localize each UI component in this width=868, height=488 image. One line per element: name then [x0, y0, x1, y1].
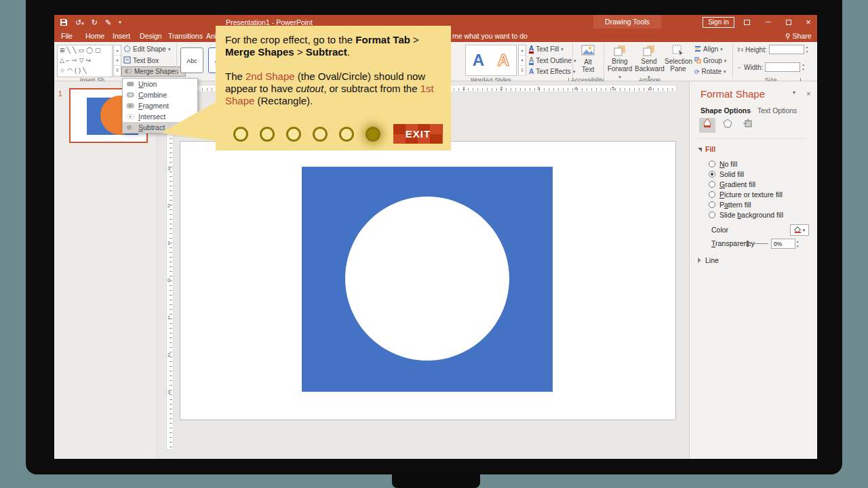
group-icon	[694, 57, 701, 65]
shapes-gallery[interactable]: ⊞╲╲▭◯▢ △⌐⇨▽↪ ☆◠()╲	[57, 45, 113, 77]
qat-customize-icon[interactable]: ▾	[119, 20, 121, 25]
radio-slide-background-fill[interactable]: Slide background fill	[709, 211, 783, 219]
send-backward-button[interactable]: SendBackward ▾	[635, 45, 663, 81]
rotate-icon: ⟳	[694, 68, 700, 75]
text-outline-icon: A	[529, 57, 534, 65]
color-label: Color	[711, 226, 728, 234]
undo-icon[interactable]: ↺▾	[75, 18, 84, 27]
height-input[interactable]	[769, 45, 804, 54]
transparency-spinner[interactable]: ▴▾	[797, 239, 799, 249]
alt-text-button[interactable]: AltText	[575, 45, 601, 73]
bring-forward-icon	[614, 45, 626, 56]
width-icon: ⇔	[736, 64, 742, 70]
close-button[interactable]: ×	[801, 16, 816, 28]
merge-shapes-icon	[124, 68, 132, 76]
height-spinner[interactable]: ▴▾	[806, 45, 808, 54]
radio-no-fill[interactable]: No fill	[709, 160, 737, 168]
width-input[interactable]	[765, 62, 800, 72]
transparency-slider-track[interactable]	[748, 243, 768, 244]
text-effects-button[interactable]: A Text Effects▾	[529, 66, 575, 77]
width-label: Width:	[744, 64, 763, 71]
share-button[interactable]: ⚲ Share	[785, 30, 812, 42]
edit-shape-icon	[123, 45, 131, 54]
step-dot-1[interactable]	[233, 127, 248, 142]
text-fill-icon: A	[529, 45, 534, 54]
step-dot-2[interactable]	[260, 127, 275, 142]
bring-forward-button[interactable]: BringForward ▾	[606, 45, 633, 81]
tutorial-tooltip: For the crop effect, go to the Format Ta…	[216, 26, 451, 150]
shapes-gallery-scroll[interactable]: ▴▾⊽	[113, 45, 121, 77]
rotate-button[interactable]: ⟳ Rotate▾	[694, 66, 726, 77]
drawing-tools-context-tab[interactable]: Drawing Tools	[593, 15, 661, 28]
wordart-style-blue[interactable]: A	[473, 45, 484, 75]
subtracted-rectangle-shape[interactable]	[302, 167, 553, 392]
tab-text-options[interactable]: Text Options	[757, 106, 797, 115]
selection-pane-button[interactable]: SelectionPane	[665, 45, 692, 73]
pane-title: Format Shape	[701, 88, 765, 100]
text-fill-button[interactable]: A Text Fill▾	[529, 44, 564, 54]
sign-in-button[interactable]: Sign in	[703, 17, 734, 28]
radio-gradient-fill[interactable]: Gradient fill	[709, 180, 755, 188]
transparency-row: Transparency ▴▾	[690, 239, 817, 250]
annotate-icon[interactable]: ✎	[105, 18, 111, 27]
wordart-style-orange[interactable]: A	[498, 45, 509, 75]
step-dot-3[interactable]	[286, 127, 301, 142]
radio-picture-fill[interactable]: Picture or texture fill	[709, 190, 783, 199]
transparency-input[interactable]	[771, 239, 795, 249]
tab-file[interactable]: File	[61, 30, 73, 42]
fill-line-icon[interactable]	[699, 118, 715, 133]
color-picker-button[interactable]: ▾	[790, 224, 809, 236]
text-box-icon	[123, 56, 131, 65]
effects-icon[interactable]	[719, 118, 736, 133]
size-properties-icon[interactable]	[740, 118, 756, 133]
height-row: ⇕‖ Height: ▴▾	[736, 45, 808, 54]
tab-transitions[interactable]: Transitions	[168, 30, 203, 42]
wordart-gallery-scroll[interactable]: ▴▾⊽	[518, 45, 526, 76]
powerpoint-window: ↺▾ ↻ ✎ ▾ Presentation1 - PowerPoint Draw…	[54, 15, 817, 459]
ribbon-display-options-icon[interactable]	[739, 16, 754, 28]
align-button[interactable]: Align▾	[694, 44, 723, 54]
tooltip-paragraph-1: For the crop effect, go to the Format Ta…	[225, 34, 441, 58]
redo-icon[interactable]: ↻	[92, 18, 98, 27]
slide-canvas[interactable]	[180, 141, 676, 420]
combine-icon	[126, 92, 134, 98]
radio-pattern-fill[interactable]: Pattern fill	[709, 201, 751, 209]
format-shape-pane: Format Shape ▾ × Shape Options Text Opti…	[689, 81, 817, 459]
group-button[interactable]: Group▾	[694, 56, 726, 66]
exit-button[interactable]: EXIT	[393, 124, 443, 144]
step-dot-6-active[interactable]	[366, 127, 380, 142]
fill-section-header[interactable]: Fill	[698, 145, 715, 153]
menu-item-union[interactable]: Union	[123, 79, 197, 89]
save-icon[interactable]	[60, 18, 68, 26]
height-label: Height:	[745, 46, 767, 54]
union-icon	[126, 81, 134, 87]
text-outline-button[interactable]: A Text Outline▾	[529, 56, 576, 66]
radio-solid-fill[interactable]: Solid fill	[709, 170, 744, 178]
tooltip-paragraph-2: The 2nd Shape (the Oval/Circle) should n…	[225, 70, 441, 107]
tell-me-box[interactable]: me what you want to do	[452, 30, 528, 42]
tab-design[interactable]: Design	[140, 30, 162, 42]
pane-close-icon[interactable]: ×	[806, 89, 810, 98]
tab-shape-options[interactable]: Shape Options	[701, 106, 751, 115]
text-effects-icon: A	[529, 68, 534, 75]
tab-home[interactable]: Home	[85, 30, 104, 42]
width-spinner[interactable]: ▴▾	[802, 62, 804, 72]
intersect-icon	[126, 113, 134, 120]
shape-style-preset-1[interactable]: Abc	[180, 47, 203, 73]
pane-menu-icon[interactable]: ▾	[793, 89, 795, 96]
menu-item-combine[interactable]: Combine	[123, 89, 197, 100]
step-dot-4[interactable]	[313, 127, 328, 142]
line-section-header[interactable]: Line	[698, 256, 719, 264]
wordart-gallery[interactable]: A A	[465, 45, 517, 76]
tab-insert[interactable]: Insert	[113, 30, 130, 42]
vertical-ruler: 3 2 1 0 1 2 3	[166, 95, 174, 450]
subtract-icon	[126, 124, 134, 131]
tooltip-pointer	[161, 102, 216, 142]
edit-shape-button[interactable]: Edit Shape▾	[123, 44, 170, 54]
text-box-button[interactable]: Text Box	[123, 56, 159, 66]
height-icon: ⇕‖	[736, 47, 743, 53]
minimize-button[interactable]: ─	[761, 16, 776, 28]
step-dot-5[interactable]	[339, 127, 354, 142]
width-row: ⇔ Width: ▴▾	[736, 62, 804, 72]
restore-button[interactable]	[781, 16, 796, 28]
